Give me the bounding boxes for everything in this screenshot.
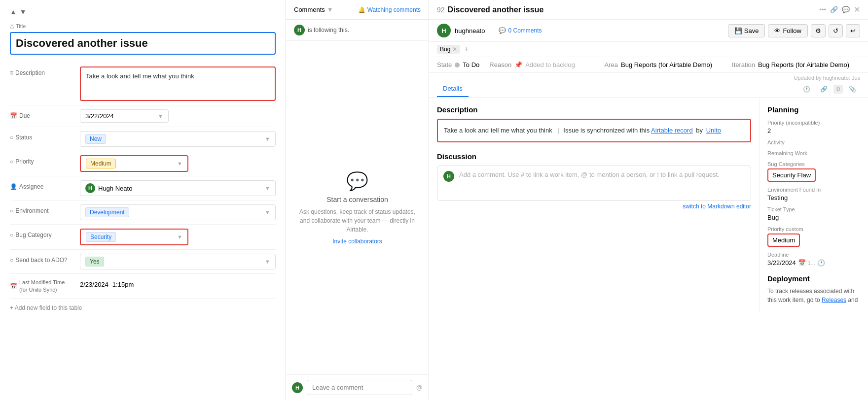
env-badge: Development <box>85 207 129 217</box>
last-modified-row: 📅 Last Modified Time (for Unito Sync) 2/… <box>10 274 276 299</box>
status-select[interactable]: New ▼ <box>80 131 276 147</box>
comment-input[interactable] <box>307 380 412 395</box>
chevron-icon: ▼ <box>265 259 270 265</box>
environment-label: ○ Environment <box>10 204 74 214</box>
due-value: 3/22/2024 ▼ <box>80 109 276 123</box>
header-buttons: 💾 Save 👁 Follow ⚙ ↺ ↩ <box>728 24 860 37</box>
comments-count[interactable]: 💬 0 Comments <box>499 27 542 34</box>
environment-row: ○ Environment Development ▼ <box>10 200 276 225</box>
priority-select[interactable]: Medium ▼ <box>80 155 188 172</box>
status-icon: ○ <box>10 134 13 141</box>
discussion-title: Discussion <box>437 152 751 161</box>
follow-button[interactable]: 👁 Follow <box>768 24 808 37</box>
state-item: State To Do <box>437 61 479 68</box>
more-icon[interactable]: ••• <box>819 6 826 13</box>
refresh-button[interactable]: ↺ <box>829 24 843 37</box>
assignee-label: 👤 Assignee <box>10 180 74 190</box>
description-content: Take a look and tell me what you think |… <box>437 119 751 142</box>
calendar-icon: 📅 <box>798 259 806 267</box>
add-tag-button[interactable]: + <box>464 45 469 54</box>
description-section-title: Description <box>437 105 751 114</box>
deployment-title: Deployment <box>767 274 860 283</box>
priority-incompatible-row: Priority (incompatible) 2 <box>767 120 860 134</box>
switch-markdown[interactable]: switch to Markdown editor <box>437 203 751 210</box>
link-icon[interactable]: 🔗 <box>830 6 838 13</box>
bug-category-select[interactable]: Security ▼ <box>80 229 188 245</box>
undo-button[interactable]: ↩ <box>846 24 860 37</box>
issue-number-title: 92 Discovered another issue <box>437 5 543 14</box>
link-tab-icon[interactable]: 🔗 <box>816 84 832 95</box>
last-modified-value: 2/23/2024 1:15pm <box>80 278 276 288</box>
settings-button[interactable]: ⚙ <box>811 24 826 37</box>
remove-tag-icon[interactable]: ✕ <box>452 46 457 53</box>
priority-badge: Medium <box>86 159 116 168</box>
right-header: 92 Discovered another issue ••• 🔗 💬 ✕ <box>429 0 868 20</box>
state-bar: State To Do Reason 📌 Added to backlog Ar… <box>429 57 868 73</box>
title-label: △ Title <box>10 23 276 29</box>
tab-details[interactable]: Details <box>437 81 469 97</box>
chat-icon: 💬 <box>346 171 368 192</box>
title-icon: △ <box>10 23 14 29</box>
watching-button[interactable]: 🔔 Watching comments <box>358 6 421 13</box>
due-date-field[interactable]: 3/22/2024 ▼ <box>80 109 169 123</box>
middle-header: Comments ▼ 🔔 Watching comments <box>286 0 429 20</box>
comment-icon[interactable]: 💬 <box>842 6 850 13</box>
bug-category-value: Security ▼ <box>80 229 276 245</box>
priority-row: ○ Priority Medium ▼ <box>10 151 276 176</box>
close-icon[interactable]: ✕ <box>854 5 860 14</box>
comments-count-area: 💬 0 Comments <box>499 27 542 34</box>
send-back-select[interactable]: Yes ▼ <box>80 254 276 269</box>
priority-icon: ○ <box>10 158 13 165</box>
environment-icon: ○ <box>10 207 13 214</box>
reason-icon: 📌 <box>514 61 522 68</box>
comment-placeholder[interactable]: Add a comment. Use # to link a work item… <box>459 171 745 196</box>
deployment-text: To track releases associated with this w… <box>767 287 860 304</box>
assignee-select[interactable]: H Hugh Neato ▼ <box>80 180 276 196</box>
chevron-icon: ▼ <box>177 234 182 240</box>
status-badge: New <box>85 134 106 144</box>
username: hughneato <box>455 27 485 34</box>
unito-link[interactable]: Unito <box>706 127 721 134</box>
priority-value: Medium ▼ <box>80 155 276 172</box>
comment-bubble-icon: 💬 <box>499 27 506 34</box>
comment-input-area: H @ <box>286 374 429 400</box>
left-panel: ▲ ▼ △ Title ≡ Description Take a look an… <box>0 0 286 400</box>
bug-categories-row: Bug Categories Security Flaw <box>767 161 860 182</box>
title-input[interactable] <box>10 32 276 55</box>
clock-icon: 📅 <box>10 282 17 291</box>
releases-link[interactable]: Releases <box>822 297 846 303</box>
count-badge: 0 <box>833 85 843 94</box>
state-dot <box>455 63 460 67</box>
description-section: Description Take a look and tell me what… <box>437 105 751 142</box>
environment-select[interactable]: Development ▼ <box>80 204 276 220</box>
detail-tabs: Details 🕐 🔗 0 📎 <box>429 81 868 98</box>
priority-custom-row: Priority custom Medium <box>767 226 860 247</box>
status-row: ○ Status New ▼ <box>10 127 276 151</box>
bug-category-row: ○ Bug Category Security ▼ <box>10 225 276 250</box>
add-field-button[interactable]: + Add new field to this table <box>10 304 276 311</box>
nav-up[interactable]: ▲ <box>10 8 17 16</box>
deadline-row: Deadline 3/22/2024 📅 1... 🕐 <box>767 252 860 267</box>
bug-icon: ○ <box>10 232 13 238</box>
nav-down[interactable]: ▼ <box>20 8 27 16</box>
save-button[interactable]: 💾 Save <box>728 24 765 37</box>
detail-left: Description Take a look and tell me what… <box>429 98 760 312</box>
attach-icon[interactable]: 📎 <box>845 84 860 95</box>
assignee-avatar: H <box>85 183 95 193</box>
nav-arrows[interactable]: ▲ ▼ <box>10 8 276 16</box>
right-subheader: H hughneato 💬 0 Comments 💾 Save 👁 Follow… <box>429 20 868 42</box>
conversation-area: 💬 Start a conversation Ask questions, ke… <box>286 41 429 374</box>
description-label: ≡ Description <box>10 67 74 76</box>
description-icon: ≡ <box>10 69 13 76</box>
comments-tab[interactable]: Comments ▼ <box>294 6 333 13</box>
invite-link[interactable]: Invite collaborators <box>332 238 382 245</box>
at-icon[interactable]: @ <box>416 384 423 391</box>
airtable-record-link[interactable]: Airtable record <box>651 127 693 134</box>
middle-panel: Comments ▼ 🔔 Watching comments H is foll… <box>286 0 429 400</box>
environment-value: Development ▼ <box>80 204 276 220</box>
description-box[interactable]: Take a look and tell me what you think <box>80 67 276 101</box>
right-actions: ••• 🔗 💬 ✕ <box>819 5 860 14</box>
send-back-label: ○ Send back to ADO? <box>10 254 74 264</box>
history-icon[interactable]: 🕐 <box>799 84 814 95</box>
chevron-icon: ▼ <box>265 185 270 191</box>
